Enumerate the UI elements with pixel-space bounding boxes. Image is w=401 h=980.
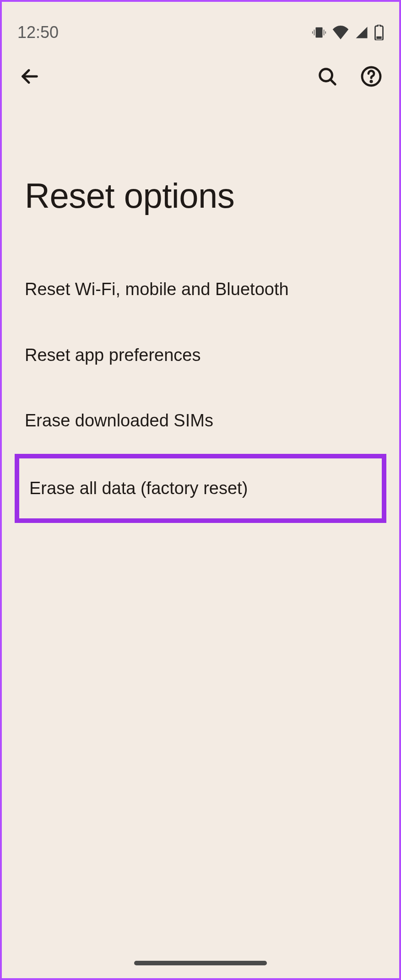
help-icon — [360, 65, 382, 89]
page-title: Reset options — [2, 102, 399, 257]
gesture-nav-handle[interactable] — [134, 961, 267, 965]
reset-options-list: Reset Wi-Fi, mobile and Bluetooth Reset … — [2, 257, 399, 523]
svg-rect-0 — [376, 37, 381, 39]
help-button[interactable] — [357, 63, 385, 92]
cellular-signal-icon — [354, 26, 369, 39]
status-time: 12:50 — [17, 23, 59, 42]
highlight-annotation: Erase all data (factory reset) — [15, 454, 386, 523]
back-button[interactable] — [16, 63, 44, 92]
battery-icon — [374, 25, 384, 40]
search-button[interactable] — [313, 63, 341, 92]
vibrate-icon — [311, 26, 327, 39]
status-bar: 12:50 — [2, 2, 399, 52]
back-arrow-icon — [19, 66, 40, 89]
screen-frame: 12:50 — [0, 0, 401, 980]
search-icon — [317, 66, 338, 89]
status-icons — [311, 25, 384, 40]
option-reset-network[interactable]: Reset Wi-Fi, mobile and Bluetooth — [2, 257, 399, 323]
app-bar — [2, 52, 399, 102]
option-reset-app-preferences[interactable]: Reset app preferences — [2, 323, 399, 388]
wifi-icon — [332, 26, 349, 39]
option-factory-reset[interactable]: Erase all data (factory reset) — [19, 458, 382, 519]
svg-point-4 — [371, 81, 372, 82]
option-erase-sims[interactable]: Erase downloaded SIMs — [2, 388, 399, 454]
svg-line-2 — [331, 80, 336, 85]
